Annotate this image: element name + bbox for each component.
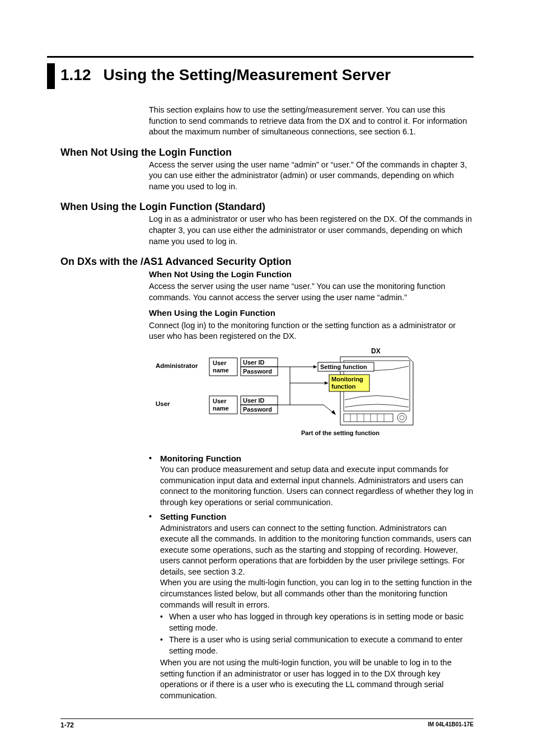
- intro-paragraph: This section explains how to use the set…: [149, 105, 474, 138]
- section-heading: 1.12 Using the Setting/Measurement Serve…: [47, 63, 474, 89]
- password-1: Password: [243, 368, 272, 375]
- h3-not-using-login: When Not Using the Login Function: [149, 269, 474, 280]
- bullet-monitoring: • Monitoring Function: [149, 453, 474, 464]
- p-not-using-login: Access the server using the user name “a…: [149, 160, 474, 193]
- p-as1-using: Connect (log in) to the monitoring funct…: [149, 320, 474, 342]
- p-using-login-standard: Log in as a administrator or user who ha…: [149, 214, 474, 247]
- h2-using-login-standard: When Using the Login Function (Standard): [60, 201, 474, 213]
- page-number: 1-72: [60, 721, 74, 729]
- p-as1-not-using: Access the server using the user name “u…: [149, 281, 474, 303]
- user-name-1a: User: [213, 360, 227, 366]
- bullet-dot-icon: •: [149, 511, 160, 522]
- user-name-1b: name: [213, 367, 229, 374]
- sub1-text: When a user who has logged in through ke…: [169, 612, 474, 633]
- svg-rect-1: [344, 414, 393, 422]
- user-id-1: User ID: [243, 359, 265, 366]
- bullet-setting-body2: When you are using the multi-login funct…: [160, 577, 474, 610]
- admin-label: Administrator: [156, 362, 198, 369]
- bullet-monitoring-body: You can produce measurement and setup da…: [160, 464, 474, 508]
- user-row-label: User: [156, 400, 170, 407]
- sub2-text: There is a user who is using serial comm…: [169, 634, 474, 656]
- dx-label: DX: [371, 347, 381, 355]
- svg-marker-19: [325, 381, 328, 385]
- svg-marker-26: [331, 410, 336, 415]
- bullet-setting-body3: When you are not using the multi-login f…: [160, 657, 474, 701]
- login-diagram: DX Administrator User name U: [156, 347, 474, 450]
- user-name-2b: name: [213, 405, 229, 412]
- user-name-2a: User: [213, 398, 227, 404]
- bullet-dot-icon: •: [160, 634, 169, 656]
- diagram-caption: Part of the setting function: [301, 430, 380, 436]
- page-footer: 1-72 IM 04L41B01-17E: [60, 718, 474, 729]
- bullet-monitoring-title: Monitoring Function: [160, 453, 241, 464]
- monitoring-fn-2: function: [331, 383, 356, 390]
- h2-as1-security: On DXs with the /AS1 Advanced Security O…: [60, 256, 474, 268]
- h3-using-login: When Using the Login Function: [149, 307, 474, 319]
- section-number: 1.12: [60, 63, 91, 85]
- bullet-dot-icon: •: [160, 612, 169, 633]
- bullet-setting-body1: Administrators and users can connect to …: [160, 523, 474, 578]
- password-2: Password: [243, 406, 272, 413]
- setting-fn: Setting function: [320, 363, 367, 370]
- monitoring-fn-1: Monitoring: [331, 376, 363, 382]
- sub-bullet-2: • There is a user who is using serial co…: [160, 634, 474, 656]
- document-id: IM 04L41B01-17E: [428, 721, 474, 729]
- bullet-setting-title: Setting Function: [160, 511, 226, 522]
- heading-bar: [47, 63, 55, 89]
- sub-bullet-1: • When a user who has logged in through …: [160, 612, 474, 633]
- svg-point-9: [400, 416, 404, 420]
- svg-marker-16: [313, 365, 317, 368]
- bullet-setting: • Setting Function: [149, 511, 474, 522]
- bullet-dot-icon: •: [149, 453, 160, 464]
- section-title: Using the Setting/Measurement Server: [104, 63, 391, 85]
- svg-point-8: [397, 413, 406, 422]
- top-rule: [47, 56, 474, 58]
- user-id-2: User ID: [243, 397, 265, 404]
- h2-not-using-login: When Not Using the Login Function: [60, 147, 474, 158]
